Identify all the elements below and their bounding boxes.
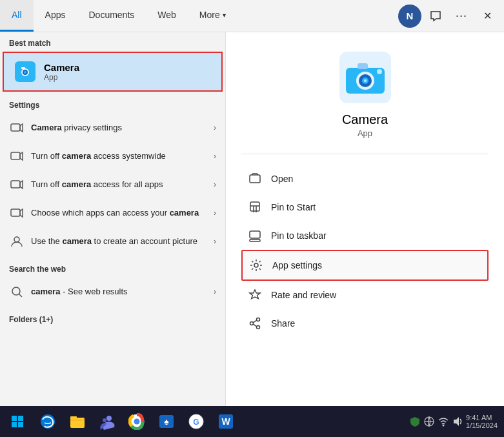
- best-match-text: Camera App: [44, 62, 79, 82]
- close-icon[interactable]: ✕: [476, 5, 499, 28]
- nav-icons: N ··· ✕: [398, 0, 504, 32]
- settings-item-choose-apps[interactable]: Choose which apps can access your camera…: [0, 199, 225, 227]
- app-type: App: [358, 128, 372, 138]
- taskbar-word[interactable]: W: [212, 407, 240, 436]
- feedback-icon[interactable]: [424, 5, 447, 28]
- start-button[interactable]: [3, 407, 32, 436]
- best-match-item[interactable]: Camera App: [3, 52, 223, 92]
- tab-all[interactable]: All: [0, 0, 34, 32]
- settings-item-privacy[interactable]: Camera privacy settings ›: [0, 114, 225, 142]
- arrow-icon-4: ›: [214, 208, 216, 218]
- settings-icon: [249, 258, 263, 272]
- svg-rect-38: [70, 416, 77, 419]
- action-rate-review-label: Rate and review: [271, 290, 336, 300]
- settings-item-turn-off-system-text: Turn off camera access systemwide: [31, 150, 207, 162]
- arrow-icon-web: ›: [214, 287, 216, 296]
- best-match-label: Best match: [0, 32, 225, 52]
- svg-point-3: [24, 71, 26, 74]
- volume-icon: [452, 416, 463, 427]
- best-match-type: App: [44, 73, 79, 82]
- svg-rect-4: [21, 67, 25, 69]
- best-match-name: Camera: [44, 62, 79, 73]
- taskbar-google[interactable]: G: [182, 407, 210, 436]
- taskbar-teams[interactable]: [93, 407, 121, 436]
- top-navigation: All Apps Documents Web More ▾ N ··· ✕: [0, 0, 504, 32]
- arrow-icon-2: ›: [214, 152, 216, 161]
- svg-rect-25: [250, 239, 260, 241]
- svg-line-31: [253, 324, 257, 327]
- main-layout: Best match Camera App Settings: [0, 32, 504, 437]
- action-pin-start[interactable]: Pin to Start: [241, 193, 489, 221]
- folders-section: Folders (1+): [0, 309, 225, 328]
- pin-taskbar-icon: [248, 229, 262, 243]
- settings-item-turn-off-system[interactable]: Turn off camera access systemwide ›: [0, 142, 225, 170]
- tab-web[interactable]: Web: [146, 0, 188, 32]
- tab-more[interactable]: More ▾: [188, 0, 237, 32]
- svg-point-10: [12, 287, 20, 295]
- svg-rect-24: [250, 231, 260, 238]
- settings-item-turn-off-apps-text: Turn off camera access for all apps: [31, 179, 207, 190]
- taskbar-explorer[interactable]: [63, 407, 92, 436]
- shield-tray-icon: [409, 416, 421, 427]
- pin-start-icon: [248, 200, 262, 214]
- svg-rect-22: [250, 175, 260, 183]
- user-avatar[interactable]: N: [398, 5, 421, 28]
- search-web-icon: [9, 284, 25, 300]
- svg-rect-20: [358, 63, 368, 69]
- star-icon: [248, 288, 262, 302]
- svg-rect-37: [70, 418, 85, 428]
- settings-item-privacy-text: Camera privacy settings: [31, 122, 207, 134]
- svg-point-28: [257, 326, 260, 329]
- tab-apps[interactable]: Apps: [34, 0, 77, 32]
- action-rate-review[interactable]: Rate and review: [241, 281, 489, 309]
- svg-text:G: G: [193, 418, 199, 427]
- action-pin-taskbar[interactable]: Pin to taskbar: [241, 221, 489, 250]
- settings-section: Settings Camera privacy settings ›: [0, 94, 225, 256]
- taskbar-solitaire[interactable]: ♠: [152, 407, 181, 436]
- action-app-settings[interactable]: App settings: [241, 250, 489, 281]
- svg-point-39: [106, 416, 112, 421]
- svg-rect-7: [11, 181, 20, 188]
- svg-point-29: [250, 322, 254, 325]
- svg-rect-33: [18, 416, 23, 421]
- svg-text:W: W: [221, 416, 230, 427]
- svg-rect-23: [250, 202, 259, 211]
- settings-label: Settings: [0, 94, 225, 114]
- action-open-label: Open: [271, 174, 293, 184]
- arrow-icon-1: ›: [214, 123, 216, 132]
- web-search-text: camera - See web results: [31, 286, 207, 298]
- arrow-icon-3: ›: [214, 180, 216, 189]
- left-panel: Best match Camera App Settings: [0, 32, 226, 437]
- settings-item-account-picture[interactable]: Use the camera to create an account pict…: [0, 227, 225, 256]
- svg-text:♠: ♠: [164, 416, 169, 427]
- right-panel: Camera App Open: [226, 32, 504, 437]
- more-options-icon[interactable]: ···: [450, 5, 473, 28]
- tab-documents[interactable]: Documents: [77, 0, 146, 32]
- action-share[interactable]: Share: [241, 309, 489, 338]
- camera-account-icon: [9, 234, 25, 249]
- svg-rect-35: [18, 422, 23, 427]
- svg-rect-5: [11, 124, 20, 131]
- svg-line-11: [19, 294, 23, 298]
- action-share-label: Share: [271, 318, 295, 329]
- taskbar-tray: 9:41 AM1/15/2024: [409, 414, 501, 429]
- camera-apps-icon: [9, 177, 25, 192]
- svg-rect-8: [11, 209, 20, 216]
- svg-line-30: [253, 320, 257, 323]
- web-label: Search the web: [0, 258, 225, 278]
- web-search-item[interactable]: camera - See web results ›: [0, 278, 225, 306]
- action-open[interactable]: Open: [241, 165, 489, 193]
- action-pin-start-label: Pin to Start: [271, 202, 316, 212]
- camera-app-icon-large: [339, 52, 391, 103]
- taskbar: ♠ G W: [0, 406, 504, 437]
- taskbar-chrome[interactable]: [123, 407, 151, 436]
- app-detail: Camera App: [241, 52, 489, 154]
- svg-rect-34: [12, 422, 17, 427]
- action-pin-taskbar-label: Pin to taskbar: [271, 230, 327, 241]
- svg-point-40: [103, 418, 106, 422]
- taskbar-edge[interactable]: [34, 407, 62, 436]
- settings-item-turn-off-apps[interactable]: Turn off camera access for all apps ›: [0, 170, 225, 199]
- web-section: Search the web camera - See web results …: [0, 258, 225, 306]
- folders-label: Folders (1+): [0, 309, 225, 328]
- share-icon: [248, 316, 262, 330]
